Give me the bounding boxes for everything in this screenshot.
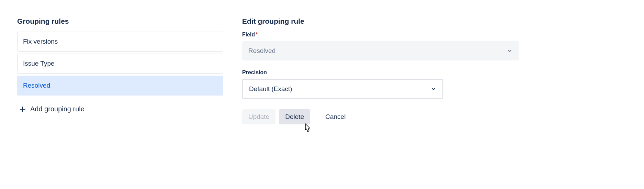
precision-label-text: Precision	[242, 69, 267, 76]
add-rule-label: Add grouping rule	[30, 105, 84, 113]
rule-item-label: Fix versions	[23, 38, 58, 45]
required-indicator: *	[256, 32, 258, 38]
field-group-field: Field * Resolved	[242, 32, 519, 60]
rule-item-label: Issue Type	[23, 60, 55, 67]
edit-rule-title: Edit grouping rule	[242, 17, 519, 25]
field-label-text: Field	[242, 32, 255, 38]
rule-item-issue-type[interactable]: Issue Type	[17, 54, 223, 74]
rule-item-fix-versions[interactable]: Fix versions	[17, 32, 223, 52]
precision-label: Precision	[242, 69, 519, 76]
delete-button[interactable]: Delete	[279, 109, 310, 124]
add-grouping-rule-button[interactable]: Add grouping rule	[17, 100, 223, 118]
field-select[interactable]: Resolved	[242, 41, 519, 60]
button-row: Update Delete Cancel	[242, 109, 519, 124]
grouping-rules-panel: Grouping rules Fix versions Issue Type R…	[17, 17, 223, 124]
plus-icon	[19, 106, 26, 113]
field-group-precision: Precision Default (Exact)	[242, 69, 519, 99]
chevron-down-icon	[431, 86, 436, 92]
cursor-pointer-icon	[302, 123, 313, 136]
rules-list: Fix versions Issue Type Resolved	[17, 32, 223, 96]
precision-value: Default (Exact)	[249, 85, 292, 93]
chevron-down-icon	[507, 48, 512, 54]
rule-item-label: Resolved	[23, 82, 50, 89]
precision-select[interactable]: Default (Exact)	[242, 79, 443, 99]
update-button[interactable]: Update	[242, 109, 275, 124]
field-value: Resolved	[248, 47, 275, 55]
grouping-rules-title: Grouping rules	[17, 17, 223, 25]
cancel-button[interactable]: Cancel	[319, 109, 352, 124]
edit-rule-panel: Edit grouping rule Field * Resolved Prec…	[242, 17, 519, 124]
field-label: Field *	[242, 32, 519, 38]
rule-item-resolved[interactable]: Resolved	[17, 76, 223, 96]
